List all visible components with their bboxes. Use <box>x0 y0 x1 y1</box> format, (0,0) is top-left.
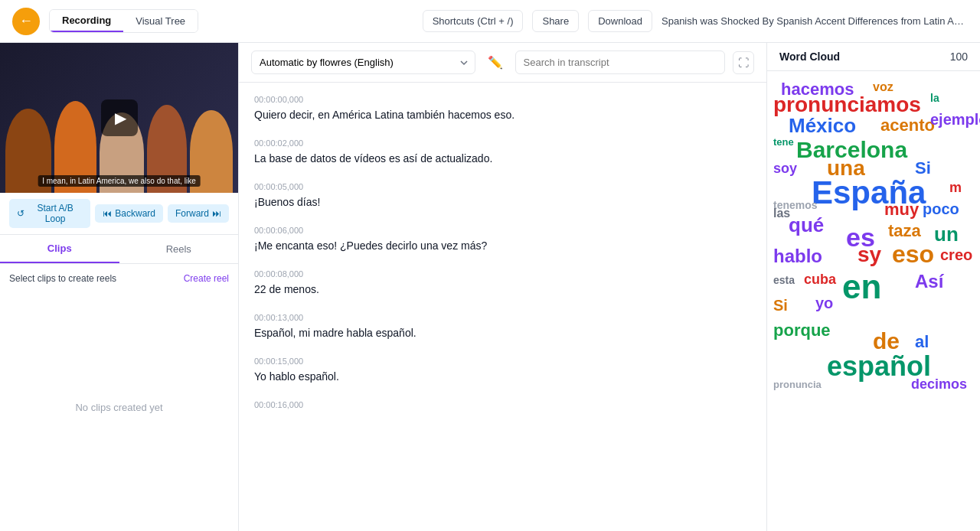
transcript-panel: Automatic by flowres (English) ✏️ ⛶ 00:0… <box>239 43 767 531</box>
word-cloud-word: muy <box>884 201 919 218</box>
video-controls: ↺ Start A/B Loop ⏮ Backward Forward ⏭ <box>0 193 238 235</box>
tab-recording[interactable]: Recording <box>50 10 123 32</box>
word-cloud-word: poco <box>923 201 959 217</box>
header-actions: Shortcuts (Ctrl + /) Share Download Span… <box>423 10 968 32</box>
word-cloud-word: sy <box>858 244 881 266</box>
word-cloud-word: Si <box>773 298 788 313</box>
ab-loop-label: Start A/B Loop <box>28 203 83 224</box>
transcript-toolbar: Automatic by flowres (English) ✏️ ⛶ <box>239 43 766 83</box>
word-cloud-word: las <box>773 207 790 220</box>
word-cloud-word: en <box>842 270 881 304</box>
transcript-timestamp: 00:00:08,000 <box>254 269 751 279</box>
transcript-text: ¡Buenos días! <box>254 194 751 210</box>
word-cloud-count: 100 <box>950 50 968 63</box>
word-cloud-word: cuba <box>804 272 836 286</box>
shortcuts-button[interactable]: Shortcuts (Ctrl + /) <box>423 10 524 32</box>
download-button[interactable]: Download <box>588 10 652 32</box>
transcript-entry: 00:00:16,000 <box>254 400 751 409</box>
word-cloud-word: un <box>934 224 959 244</box>
word-cloud-word: creo <box>940 247 972 262</box>
left-panel: ▶ I mean, in Latin America, we also do t… <box>0 43 239 531</box>
transcript-timestamp: 00:00:13,000 <box>254 313 751 322</box>
word-cloud-word: esta <box>773 275 795 285</box>
backward-icon: ⏮ <box>103 208 112 219</box>
transcript-timestamp: 00:00:15,000 <box>254 357 751 366</box>
forward-button[interactable]: Forward ⏭ <box>168 204 229 223</box>
search-transcript-input[interactable] <box>515 50 726 74</box>
tab-reels[interactable]: Reels <box>119 235 239 263</box>
forward-label: Forward <box>175 208 209 219</box>
word-cloud-word: decimos <box>911 377 967 391</box>
transcript-entry: 00:00:02,000La base de datos de vídeos e… <box>254 138 751 167</box>
ab-loop-button[interactable]: ↺ Start A/B Loop <box>9 199 90 228</box>
clips-reels-tabs: Clips Reels <box>0 235 238 264</box>
play-button-overlay[interactable]: ▶ <box>101 99 138 136</box>
word-cloud-word: pronuncia <box>773 380 822 389</box>
word-cloud-word: hablo <box>773 247 822 266</box>
language-select[interactable]: Automatic by flowres (English) <box>251 50 475 74</box>
transcript-entry: 00:00:00,000Quiero decir, en América Lat… <box>254 95 751 123</box>
word-cloud-word: taza <box>888 223 921 239</box>
transcript-text: Quiero decir, en América Latina también … <box>254 107 751 123</box>
word-cloud-body: hacemosvozpronunciamoslaMéxicoacentoejem… <box>767 71 980 531</box>
create-reel-button[interactable]: Create reel <box>184 273 229 284</box>
transcript-entry: 00:00:05,000¡Buenos días! <box>254 182 751 210</box>
select-clips-label: Select clips to create reels <box>9 273 116 284</box>
transcript-timestamp: 00:00:02,000 <box>254 138 751 148</box>
header: ← Recording Visual Tree Shortcuts (Ctrl … <box>0 0 980 43</box>
main-content: ▶ I mean, in Latin America, we also do t… <box>0 43 980 531</box>
transcript-entry: 00:00:13,000Español, mi madre habla espa… <box>254 313 751 341</box>
backward-button[interactable]: ⏮ Backward <box>95 204 163 223</box>
back-icon: ← <box>19 13 33 29</box>
word-cloud-word: yo <box>815 295 833 311</box>
word-cloud-word: m <box>949 181 962 194</box>
video-thumbnail: ▶ I mean, in Latin America, we also do t… <box>0 43 238 193</box>
tab-clips[interactable]: Clips <box>0 235 119 263</box>
play-icon: ▶ <box>115 109 126 127</box>
forward-icon: ⏭ <box>212 208 221 219</box>
transcript-text: La base de datos de vídeos es así de act… <box>254 151 751 167</box>
word-cloud-word: pronunciamos <box>773 94 921 116</box>
no-clips-message: No clips created yet <box>9 293 229 522</box>
transcript-entry: 00:00:06,000¡Me encanta eso! ¿Puedes dec… <box>254 226 751 254</box>
loop-icon: ↺ <box>17 208 24 219</box>
word-cloud-word: voz <box>873 81 893 93</box>
transcript-entry: 00:00:15,000Yo hablo español. <box>254 357 751 385</box>
clips-toolbar: Select clips to create reels Create reel <box>9 273 229 284</box>
tab-group: Recording Visual Tree <box>49 9 198 33</box>
transcript-body: 00:00:00,000Quiero decir, en América Lat… <box>239 83 766 531</box>
video-player[interactable]: ▶ I mean, in Latin America, we also do t… <box>0 43 238 193</box>
transcript-timestamp: 00:00:05,000 <box>254 182 751 191</box>
backward-label: Backward <box>115 208 155 219</box>
word-cloud-title: Word Cloud <box>779 50 840 63</box>
word-cloud-word: eso <box>892 242 934 266</box>
expand-icon: ⛶ <box>738 57 749 69</box>
word-cloud-word: México <box>789 116 856 135</box>
word-cloud-word: porque <box>773 322 831 339</box>
word-cloud-word: de <box>873 330 900 353</box>
video-caption: I mean, in Latin America, we also do tha… <box>38 175 201 187</box>
word-cloud-word: al <box>915 334 929 350</box>
word-cloud-word: Así <box>915 272 943 291</box>
transcript-text: Español, mi madre habla español. <box>254 325 751 341</box>
word-cloud-word: soy <box>773 161 797 175</box>
tab-visual-tree[interactable]: Visual Tree <box>123 10 198 32</box>
back-button[interactable]: ← <box>12 8 40 35</box>
edit-transcript-button[interactable]: ✏️ <box>483 50 508 74</box>
expand-button[interactable]: ⛶ <box>733 51 754 74</box>
transcript-entry: 00:00:08,00022 de menos. <box>254 269 751 298</box>
word-cloud-word: ejemplo <box>930 112 980 127</box>
word-cloud-canvas: hacemosvozpronunciamoslaMéxicoacentoejem… <box>773 77 974 525</box>
transcript-timestamp: 00:00:16,000 <box>254 400 751 409</box>
transcript-text: Yo hablo español. <box>254 369 751 385</box>
word-cloud-panel: Word Cloud 100 hacemosvozpronunciamoslaM… <box>767 43 980 531</box>
transcript-timestamp: 00:00:00,000 <box>254 95 751 104</box>
file-title: Spanish was Shocked By Spanish Accent Di… <box>662 15 968 27</box>
share-button[interactable]: Share <box>532 10 579 32</box>
word-cloud-word: qué <box>789 215 824 235</box>
word-cloud-header: Word Cloud 100 <box>767 43 980 71</box>
word-cloud-word: la <box>930 93 939 103</box>
word-cloud-word: acento <box>880 117 935 134</box>
transcript-text: 22 de menos. <box>254 282 751 298</box>
clips-content: Select clips to create reels Create reel… <box>0 264 238 531</box>
